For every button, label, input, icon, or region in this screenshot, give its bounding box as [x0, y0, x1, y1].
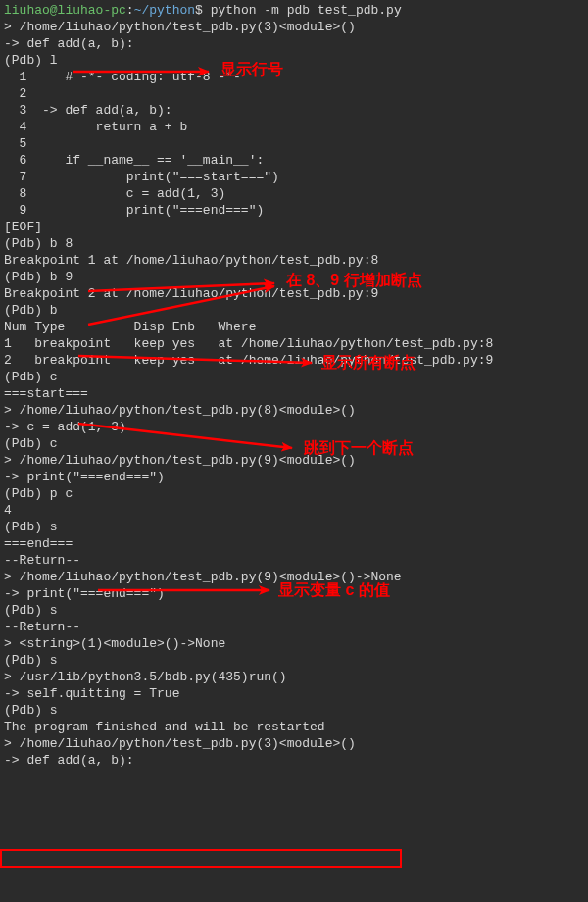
terminal-line: ===start===: [0, 385, 588, 402]
terminal-line: > /home/liuhao/python/test_pdb.py(8)<mod…: [0, 402, 588, 419]
annotation-continue: 跳到下一个断点: [304, 439, 414, 456]
terminal-line: 6 if __name__ == '__main__':: [0, 152, 588, 169]
terminal-line: [EOF]: [0, 219, 588, 235]
terminal-line: > /home/liuhao/python/test_pdb.py(9)<mod…: [0, 452, 588, 469]
terminal-line: 4 return a + b: [0, 119, 588, 135]
annotation-add-breakpoints: 在 8、9 行增加断点: [286, 272, 422, 288]
terminal-line: 8 c = add(1, 3): [0, 185, 588, 202]
terminal-line: > /home/liuhao/python/test_pdb.py(3)<mod…: [0, 19, 588, 35]
prompt-line[interactable]: liuhao@liuhao-pc:~/python$ python -m pdb…: [0, 2, 588, 19]
terminal-line: 3 -> def add(a, b):: [0, 102, 588, 119]
pdb-input-line[interactable]: (Pdb) l: [0, 52, 588, 69]
pdb-input-line[interactable]: (Pdb) b: [0, 302, 588, 319]
pdb-input-line[interactable]: (Pdb) b 8: [0, 235, 588, 252]
terminal-line: -> def add(a, b):: [0, 752, 588, 769]
pdb-input-line[interactable]: (Pdb) s: [0, 519, 588, 535]
pdb-input-line[interactable]: (Pdb) p c: [0, 485, 588, 502]
prompt-sep: :: [126, 3, 134, 18]
terminal-line: Breakpoint 1 at /home/liuhao/python/test…: [0, 252, 588, 269]
terminal-line: 4: [0, 502, 588, 519]
terminal-line: The program finished and will be restart…: [0, 719, 588, 735]
pdb-input-line[interactable]: (Pdb) c: [0, 369, 588, 385]
prompt-cmd: python -m pdb test_pdb.py: [211, 3, 402, 18]
terminal-line: 2: [0, 85, 588, 102]
terminal-line: --Return--: [0, 619, 588, 635]
terminal-line: -> print("===end==="): [0, 469, 588, 485]
prompt-dir: ~/python: [134, 3, 195, 18]
terminal-line: 5: [0, 135, 588, 152]
pdb-input-line[interactable]: (Pdb) c: [0, 435, 588, 452]
terminal-line: -> self.quitting = True: [0, 685, 588, 702]
prompt-dollar: $: [195, 3, 211, 18]
terminal-line: > <string>(1)<module>()->None: [0, 635, 588, 652]
terminal-line: Num Type Disp Enb Where: [0, 319, 588, 335]
terminal-line: -> c = add(1, 3): [0, 419, 588, 435]
annotation-print-var: 显示变量 c 的值: [278, 581, 390, 598]
terminal-line: -> def add(a, b):: [0, 35, 588, 52]
pdb-input-line[interactable]: (Pdb) s: [0, 702, 588, 719]
terminal-line: 2 breakpoint keep yes at /home/liuhao/py…: [0, 352, 588, 369]
annotation-show-line-numbers: 显示行号: [220, 61, 283, 77]
terminal-line: 1 breakpoint keep yes at /home/liuhao/py…: [0, 335, 588, 352]
terminal-line: 1 # -*- coding: utf-8 -*-: [0, 69, 588, 85]
highlight-box: [0, 849, 402, 868]
terminal-line: > /home/liuhao/python/test_pdb.py(3)<mod…: [0, 735, 588, 752]
annotation-show-breakpoints: 显示所有断点: [321, 354, 416, 371]
pdb-input-line[interactable]: (Pdb) s: [0, 652, 588, 669]
terminal-line: 9 print("===end==="): [0, 202, 588, 219]
prompt-user: liuhao@liuhao-pc: [4, 3, 126, 18]
terminal-line: ===end===: [0, 535, 588, 552]
pdb-input-line[interactable]: (Pdb) s: [0, 602, 588, 619]
terminal-line: 7 print("===start==="): [0, 169, 588, 185]
terminal-line: --Return--: [0, 552, 588, 569]
terminal-line: > /usr/lib/python3.5/bdb.py(435)run(): [0, 669, 588, 685]
